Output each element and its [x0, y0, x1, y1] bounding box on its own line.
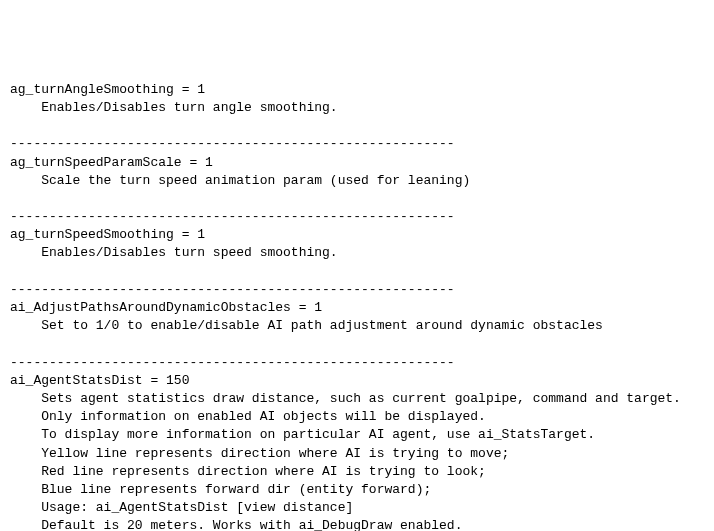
cvar-line: ag_turnAngleSmoothing = 1 — [10, 81, 704, 99]
cvar-line: ai_AgentStatsDist = 150 — [10, 372, 704, 390]
cvar-value: 1 — [205, 154, 213, 172]
cvar-description-line: Default is 20 meters. Works with ai_Debu… — [10, 517, 704, 531]
cvar-equals: = — [174, 226, 197, 244]
cvar-name: ag_turnSpeedSmoothing — [10, 226, 174, 244]
separator: ----------------------------------------… — [10, 208, 704, 226]
cvar-value: 1 — [314, 299, 322, 317]
cvar-line: ai_AdjustPathsAroundDynamicObstacles = 1 — [10, 299, 704, 317]
cvar-description-line: To display more information on particula… — [10, 426, 704, 444]
cvar-name: ag_turnAngleSmoothing — [10, 81, 174, 99]
cvar-name: ai_AdjustPathsAroundDynamicObstacles — [10, 299, 291, 317]
cvar-line: ag_turnSpeedSmoothing = 1 — [10, 226, 704, 244]
separator: ----------------------------------------… — [10, 135, 704, 153]
cvar-name: ai_AgentStatsDist — [10, 372, 143, 390]
cvar-value: 1 — [197, 226, 205, 244]
blank-line — [10, 263, 704, 281]
separator: ----------------------------------------… — [10, 281, 704, 299]
cvar-description-line: Sets agent statistics draw distance, suc… — [10, 390, 704, 408]
blank-line — [10, 190, 704, 208]
cvar-equals: = — [291, 299, 314, 317]
cvar-description-line: Only information on enabled AI objects w… — [10, 408, 704, 426]
cvar-description-line: Scale the turn speed animation param (us… — [10, 172, 704, 190]
cvar-description-line: Usage: ai_AgentStatsDist [view distance] — [10, 499, 704, 517]
separator: ----------------------------------------… — [10, 354, 704, 372]
cvar-description-line: Enables/Disables turn angle smoothing. — [10, 99, 704, 117]
cvar-description-line: Yellow line represents direction where A… — [10, 445, 704, 463]
cvar-list: ag_turnAngleSmoothing = 1Enables/Disable… — [10, 81, 704, 531]
cvar-value: 1 — [197, 81, 205, 99]
cvar-value: 150 — [166, 372, 189, 390]
blank-line — [10, 335, 704, 353]
cvar-description-line: Red line represents direction where AI i… — [10, 463, 704, 481]
cvar-name: ag_turnSpeedParamScale — [10, 154, 182, 172]
blank-line — [10, 117, 704, 135]
cvar-equals: = — [182, 154, 205, 172]
cvar-description-line: Set to 1/0 to enable/disable AI path adj… — [10, 317, 704, 335]
cvar-line: ag_turnSpeedParamScale = 1 — [10, 154, 704, 172]
cvar-description-line: Blue line represents forward dir (entity… — [10, 481, 704, 499]
cvar-description-line: Enables/Disables turn speed smoothing. — [10, 244, 704, 262]
cvar-equals: = — [143, 372, 166, 390]
cvar-equals: = — [174, 81, 197, 99]
